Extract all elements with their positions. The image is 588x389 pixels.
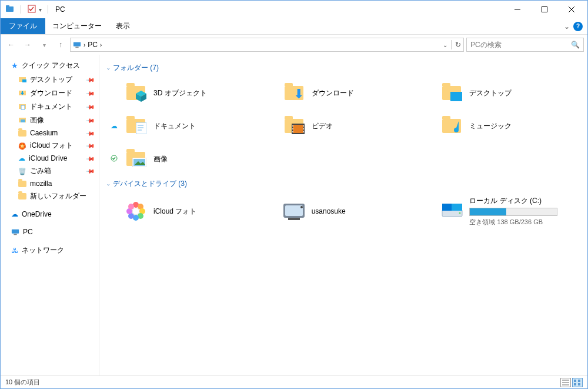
svg-rect-27 xyxy=(293,125,303,133)
svg-rect-21 xyxy=(450,92,462,101)
sidebar-item-iCloud フォト[interactable]: 🏵️ iCloud フォト 📌 xyxy=(1,139,99,152)
address-bar[interactable]: › PC › ⌄ ↻ xyxy=(70,38,464,52)
pin-icon: 📌 xyxy=(86,102,95,111)
sidebar-item-ダウンロード[interactable]: ダウンロード 📌 xyxy=(1,87,99,100)
sidebar-item-ドキュメント[interactable]: ドキュメント 📌 xyxy=(1,100,99,114)
sidebar-item-画像[interactable]: 画像 📌 xyxy=(1,114,99,127)
content-area: ⌄ フォルダー (7) 3D オブジェクト ⬇ ダウンロード デスクトップ☁ ド… xyxy=(99,55,587,375)
star-icon: ★ xyxy=(11,61,18,70)
qat-dropdown-icon[interactable]: ▾ xyxy=(39,6,42,13)
svg-point-30 xyxy=(292,131,293,132)
close-button[interactable] xyxy=(558,1,585,18)
item-label: 画像 xyxy=(153,154,168,164)
svg-rect-10 xyxy=(22,79,26,82)
view-details-button[interactable] xyxy=(560,378,571,387)
svg-point-38 xyxy=(132,208,139,215)
tab-computer[interactable]: コンピューター xyxy=(45,18,109,34)
folder-ビデオ[interactable]: ビデオ xyxy=(265,109,423,142)
status-count: 10 個の項目 xyxy=(5,378,40,387)
svg-rect-53 xyxy=(452,204,462,211)
item-label: ダウンロード xyxy=(312,88,354,98)
chevron-down-icon: ⌄ xyxy=(106,65,111,71)
search-placeholder: PCの検索 xyxy=(470,40,502,50)
titlebar: ▾ PC xyxy=(1,1,587,18)
address-dropdown-icon[interactable]: ⌄ xyxy=(443,42,447,48)
search-input[interactable]: PCの検索 🔍 xyxy=(466,38,584,52)
minimize-button[interactable] xyxy=(504,1,531,18)
app-icon xyxy=(5,4,15,15)
item-label: usanosuke xyxy=(312,207,346,215)
pin-icon: 📌 xyxy=(86,115,95,125)
network-icon: 🖧 xyxy=(11,247,18,255)
sidebar-item-iCloud Drive[interactable]: ☁ iCloud Drive 📌 xyxy=(1,152,99,164)
help-icon[interactable]: ? xyxy=(573,22,583,31)
chevron-down-icon: ⌄ xyxy=(106,181,111,187)
sidebar-item-ごみ箱[interactable]: 🗑️ ごみ箱 📌 xyxy=(1,164,99,178)
sidebar-item-label: 画像 xyxy=(30,115,44,125)
svg-point-49 xyxy=(300,206,303,208)
sidebar-item-Caesium[interactable]: Caesium 📌 xyxy=(1,127,99,139)
tab-view[interactable]: 表示 xyxy=(109,18,137,34)
refresh-icon[interactable]: ↻ xyxy=(455,41,461,49)
sidebar-item-新しいフォルダー[interactable]: 新しいフォルダー xyxy=(1,189,99,203)
item-label: iCloud フォト xyxy=(153,207,196,217)
svg-point-33 xyxy=(303,131,304,132)
pin-icon: 📌 xyxy=(86,154,95,163)
sidebar-quickaccess[interactable]: ★ クイック アクセス xyxy=(1,58,99,73)
folder-ミュージック[interactable]: ミュージック xyxy=(422,109,580,142)
group-drives-header[interactable]: ⌄ デバイスとドライブ (3) xyxy=(106,179,580,189)
view-tiles-button[interactable] xyxy=(572,378,583,387)
item-label: デスクトップ xyxy=(469,88,512,98)
nav-back-button[interactable]: ← xyxy=(4,38,18,52)
svg-point-32 xyxy=(303,128,304,129)
sidebar-item-デスクトップ[interactable]: デスクトップ 📌 xyxy=(1,73,99,87)
sidebar-pc[interactable]: PC xyxy=(1,225,99,238)
pictures-icon xyxy=(18,115,26,125)
nav-up-button[interactable]: ↑ xyxy=(54,38,68,52)
item-label: ドキュメント xyxy=(153,121,196,131)
folder-画像[interactable]: 画像 xyxy=(106,142,265,175)
folder-デスクトップ[interactable]: デスクトップ xyxy=(422,77,580,109)
pictures-icon xyxy=(124,147,148,171)
svg-rect-8 xyxy=(75,47,78,48)
ribbon-expand-icon[interactable]: ⌄ xyxy=(564,22,570,31)
sidebar-item-label: mozilla xyxy=(30,179,52,188)
camera-icon xyxy=(282,200,306,223)
navbar: ← → ▾ ↑ › PC › ⌄ ↻ PCの検索 🔍 xyxy=(1,35,587,55)
group-folders-header[interactable]: ⌄ フォルダー (7) xyxy=(106,63,580,73)
folder-3D オブジェクト[interactable]: 3D オブジェクト xyxy=(106,77,265,109)
chevron-right-icon[interactable]: › xyxy=(83,42,85,48)
tab-file[interactable]: ファイル xyxy=(1,18,45,34)
document-icon xyxy=(18,102,26,112)
drive-iCloud フォト[interactable]: iCloud フォト xyxy=(106,192,265,230)
breadcrumb-pc[interactable]: PC xyxy=(88,41,98,49)
pin-icon: 📌 xyxy=(86,75,95,84)
folder-ドキュメント[interactable]: ☁ ドキュメント xyxy=(106,109,265,142)
desktop-icon xyxy=(440,81,463,105)
sidebar-item-label: ダウンロード xyxy=(30,88,72,98)
sidebar-network[interactable]: 🖧 ネットワーク xyxy=(1,243,99,258)
nav-history-dropdown[interactable]: ▾ xyxy=(37,38,51,52)
download-icon: ⬇ xyxy=(282,81,306,105)
video-icon xyxy=(282,114,306,138)
drive-usanosuke[interactable]: usanosuke xyxy=(265,192,423,230)
search-icon[interactable]: 🔍 xyxy=(571,41,580,49)
svg-rect-17 xyxy=(14,234,16,235)
svg-rect-4 xyxy=(542,7,547,12)
chevron-right-icon[interactable]: › xyxy=(100,42,102,48)
sidebar-item-label: 新しいフォルダー xyxy=(30,191,86,201)
sidebar-item-mozilla[interactable]: mozilla xyxy=(1,178,99,189)
disk-free-label: 空き領域 138 GB/236 GB xyxy=(469,218,557,227)
sidebar-onedrive[interactable]: ☁ OneDrive xyxy=(1,208,99,221)
sidebar: ★ クイック アクセス デスクトップ 📌 ダウンロード 📌 ドキュメント 📌 画… xyxy=(1,55,99,375)
svg-rect-61 xyxy=(578,383,580,385)
document-icon xyxy=(124,114,148,138)
pin-icon: 📌 xyxy=(86,88,95,98)
folder-ダウンロード[interactable]: ⬇ ダウンロード xyxy=(265,77,423,109)
drive-ローカル ディスク (C:)[interactable]: ローカル ディスク (C:) 空き領域 138 GB/236 GB xyxy=(422,192,580,230)
maximize-button[interactable] xyxy=(531,1,558,18)
sidebar-item-label: iCloud Drive xyxy=(29,154,67,162)
nav-forward-button[interactable]: → xyxy=(21,38,35,52)
qat-properties-icon[interactable] xyxy=(27,4,36,15)
svg-rect-13 xyxy=(21,105,25,109)
